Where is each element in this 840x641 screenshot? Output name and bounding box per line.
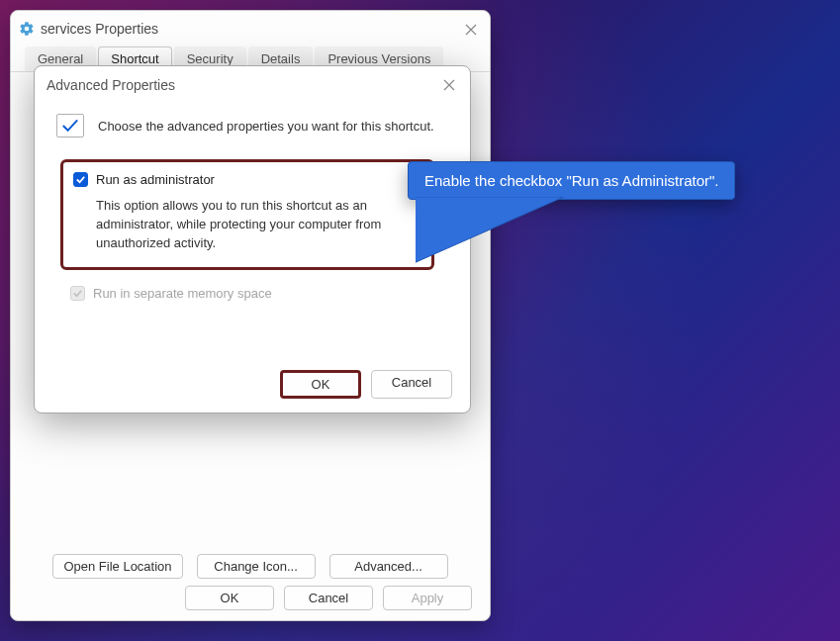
shortcut-action-buttons: Open File Location Change Icon... Advanc… bbox=[50, 554, 450, 579]
advanced-properties-dialog: Advanced Properties Choose the advanced … bbox=[34, 65, 471, 413]
change-icon-button[interactable]: Change Icon... bbox=[197, 554, 316, 579]
svg-marker-0 bbox=[416, 197, 564, 271]
run-as-admin-checkbox[interactable] bbox=[73, 172, 88, 187]
open-file-location-button[interactable]: Open File Location bbox=[52, 554, 182, 579]
cancel-button[interactable]: Cancel bbox=[371, 370, 452, 399]
advanced-okcancel-row: OK Cancel bbox=[280, 370, 452, 399]
properties-okcancel-row: OK Cancel Apply bbox=[185, 586, 472, 610]
check-icon bbox=[60, 118, 80, 134]
check-icon bbox=[72, 288, 83, 299]
run-as-admin-row: Run as administrator bbox=[73, 172, 418, 187]
run-as-admin-description: This option allows you to run this short… bbox=[96, 197, 418, 253]
apply-button[interactable]: Apply bbox=[383, 586, 472, 610]
check-icon bbox=[75, 174, 86, 185]
properties-titlebar[interactable]: services Properties bbox=[11, 11, 490, 46]
separate-memory-row: Run in separate memory space bbox=[70, 286, 452, 301]
close-button[interactable] bbox=[460, 19, 482, 41]
choose-row: Choose the advanced properties you want … bbox=[56, 114, 452, 137]
separate-memory-label: Run in separate memory space bbox=[93, 286, 272, 301]
choose-label: Choose the advanced properties you want … bbox=[98, 119, 434, 134]
properties-title: services Properties bbox=[41, 21, 158, 37]
advanced-properties-title: Advanced Properties bbox=[47, 77, 175, 93]
cancel-button[interactable]: Cancel bbox=[284, 586, 373, 610]
advanced-button[interactable]: Advanced... bbox=[329, 554, 448, 579]
shortcut-icon-box bbox=[56, 114, 84, 137]
ok-button[interactable]: OK bbox=[280, 370, 361, 399]
separate-memory-checkbox bbox=[70, 286, 85, 301]
close-icon bbox=[443, 79, 455, 91]
annotation-text: Enable the checkbox "Run as Administrato… bbox=[408, 161, 735, 200]
close-button[interactable] bbox=[438, 74, 460, 96]
callout-tail-icon bbox=[416, 197, 564, 276]
advanced-properties-body: Choose the advanced properties you want … bbox=[35, 104, 470, 301]
ok-button[interactable]: OK bbox=[185, 586, 274, 610]
annotation-callout: Enable the checkbox "Run as Administrato… bbox=[408, 161, 735, 200]
close-icon bbox=[465, 24, 477, 36]
gear-icon bbox=[19, 21, 35, 37]
run-as-admin-label[interactable]: Run as administrator bbox=[96, 172, 215, 187]
run-as-admin-highlight: Run as administrator This option allows … bbox=[60, 159, 434, 270]
advanced-properties-titlebar[interactable]: Advanced Properties bbox=[35, 66, 470, 104]
